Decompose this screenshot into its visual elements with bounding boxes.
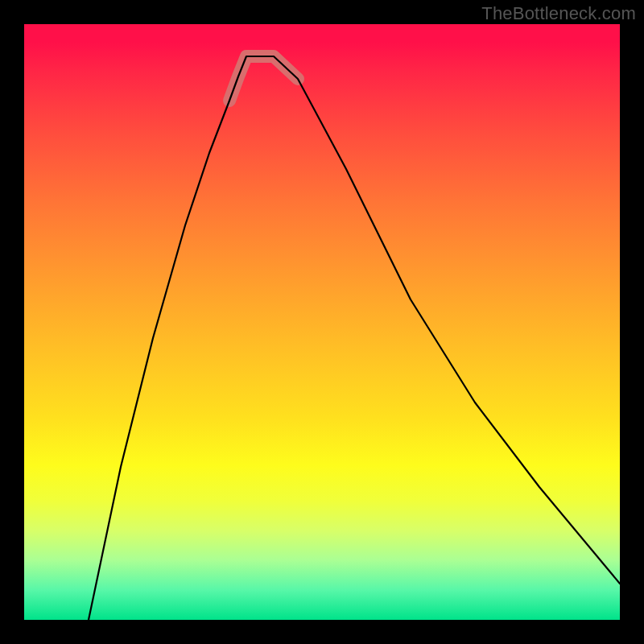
highlight-path bbox=[229, 56, 298, 101]
bottleneck-curve-path bbox=[89, 56, 620, 620]
chart-container: TheBottleneck.com bbox=[0, 0, 644, 644]
watermark-text: TheBottleneck.com bbox=[481, 3, 636, 24]
plot-area bbox=[24, 24, 620, 620]
curve-svg bbox=[24, 24, 620, 620]
